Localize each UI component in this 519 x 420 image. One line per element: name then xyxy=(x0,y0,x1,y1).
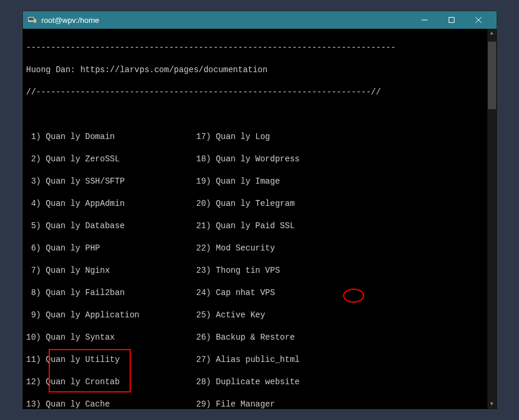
minimize-button[interactable] xyxy=(411,11,438,29)
menu-row-1: 1) Quan ly Domain17) Quan ly Log xyxy=(26,131,493,143)
svg-rect-5 xyxy=(449,18,454,23)
maximize-button[interactable] xyxy=(438,11,465,29)
menu-item-13: 13) Quan ly Cache xyxy=(26,399,196,409)
titlebar[interactable]: root@wpv:/home xyxy=(23,11,497,29)
menu-row-8: 8) Quan ly Fail2ban24) Cap nhat VPS xyxy=(26,287,493,299)
divider-top: ----------------------------------------… xyxy=(26,42,493,53)
menu-item-22: 22) Mod Security xyxy=(196,243,275,254)
menu-item-28: 28) Duplicate website xyxy=(196,377,300,388)
menu-row-4: 4) Quan ly AppAdmin20) Quan ly Telegram xyxy=(26,198,493,209)
menu-item-3: 3) Quan ly SSH/SFTP xyxy=(26,176,196,187)
menu-item-19: 19) Quan ly Image xyxy=(196,176,280,187)
menu-item-8: 8) Quan ly Fail2ban xyxy=(26,287,196,299)
menu-item-27: 27) Alias public_html xyxy=(196,354,300,365)
scroll-thumb[interactable] xyxy=(488,42,496,109)
guide-url: https://larvps.com/pages/documentation xyxy=(80,65,267,74)
menu-row-11: 11) Quan ly Utility27) Alias public_html xyxy=(26,354,493,365)
window-title: root@wpv:/home xyxy=(42,16,411,25)
menu-row-7: 7) Quan ly Nginx23) Thong tin VPS xyxy=(26,265,493,276)
terminal-content[interactable]: ----------------------------------------… xyxy=(23,29,497,409)
menu-item-26: 26) Backup & Restore xyxy=(196,332,295,343)
menu-item-29: 29) File Manager xyxy=(196,399,275,409)
menu-item-9: 9) Quan ly Application xyxy=(26,310,196,321)
menu-row-3: 3) Quan ly SSH/SFTP19) Quan ly Image xyxy=(26,176,493,187)
menu-item-4: 4) Quan ly AppAdmin xyxy=(26,198,196,209)
blank-line xyxy=(26,109,493,120)
menu-row-2: 2) Quan ly ZeroSSL18) Quan ly Wordpress xyxy=(26,154,493,165)
menu-item-5: 5) Quan ly Database xyxy=(26,221,196,232)
menu-row-9: 9) Quan ly Application25) Active Key xyxy=(26,310,493,321)
close-button[interactable] xyxy=(465,11,492,29)
window-controls xyxy=(411,11,492,29)
guide-label: Huong Dan: xyxy=(26,65,76,74)
menu-row-6: 6) Quan ly PHP22) Mod Security xyxy=(26,243,493,254)
menu-item-20: 20) Quan ly Telegram xyxy=(196,198,295,209)
guide-line: Huong Dan: https://larvps.com/pages/docu… xyxy=(26,65,493,76)
menu-item-10: 10) Quan ly Syntax xyxy=(26,332,196,343)
menu-item-6: 6) Quan ly PHP xyxy=(26,243,196,254)
scroll-down-icon[interactable]: ▼ xyxy=(487,399,497,409)
scrollbar[interactable]: ▲ ▼ xyxy=(487,29,497,409)
terminal-window: root@wpv:/home -------------------------… xyxy=(22,11,497,409)
menu-item-1: 1) Quan ly Domain xyxy=(26,131,196,143)
menu-item-18: 18) Quan ly Wordpress xyxy=(196,154,300,165)
menu-item-2: 2) Quan ly ZeroSSL xyxy=(26,154,196,165)
menu-row-13: 13) Quan ly Cache29) File Manager xyxy=(26,399,493,409)
menu-item-24: 24) Cap nhat VPS xyxy=(196,287,275,299)
divider-slashes: //--------------------------------------… xyxy=(26,87,493,98)
menu-item-12: 12) Quan ly Crontab xyxy=(26,377,196,388)
menu-row-10: 10) Quan ly Syntax26) Backup & Restore xyxy=(26,332,493,343)
menu-item-25: 25) Active Key xyxy=(196,310,266,321)
menu-row-5: 5) Quan ly Database21) Quan ly Paid SSL xyxy=(26,221,493,232)
svg-rect-1 xyxy=(29,18,33,21)
scroll-up-icon[interactable]: ▲ xyxy=(487,29,497,38)
menu-item-21: 21) Quan ly Paid SSL xyxy=(196,221,295,232)
menu-item-23: 23) Thong tin VPS xyxy=(196,265,280,276)
menu-item-11: 11) Quan ly Utility xyxy=(26,354,196,365)
menu-item-17: 17) Quan ly Log xyxy=(196,131,270,143)
putty-icon xyxy=(28,15,37,25)
menu-row-12: 12) Quan ly Crontab28) Duplicate website xyxy=(26,377,493,388)
menu-item-7: 7) Quan ly Nginx xyxy=(26,265,196,276)
